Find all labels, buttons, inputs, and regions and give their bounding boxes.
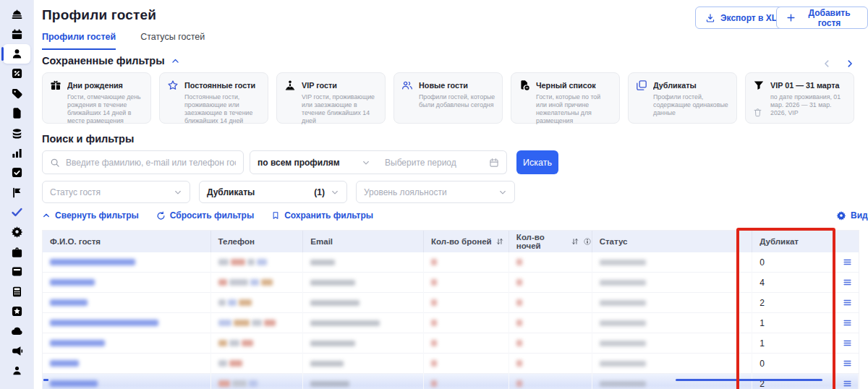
row-menu-icon[interactable] [842, 358, 853, 369]
carousel-next-button[interactable] [843, 56, 857, 71]
flag-icon [11, 187, 23, 199]
add-guest-button[interactable]: Добавить гостя [776, 7, 868, 29]
saved-filter-cards: Дни рожденияГости, отмечающие день рожде… [42, 72, 858, 124]
sidebar-item-flag[interactable] [3, 183, 30, 202]
saved-filter-card[interactable]: Дни рожденияГости, отмечающие день рожде… [42, 72, 151, 124]
redacted-guest-name[interactable] [50, 360, 79, 367]
period-field[interactable] [378, 150, 507, 174]
sidebar-item-gear[interactable] [3, 222, 30, 241]
trash-icon[interactable] [753, 108, 762, 117]
tab-guest-statuses[interactable]: Статусы гостей [140, 32, 205, 50]
sidebar-item-star-badge[interactable] [3, 302, 30, 321]
collapse-filters-link[interactable]: Свернуть фильтры [42, 210, 139, 221]
loyalty-select[interactable]: Уровень лояльности [356, 181, 515, 203]
column-header-3[interactable]: Кол-во броней [424, 231, 509, 252]
guest-status-select[interactable]: Статус гостя [42, 181, 190, 203]
sidebar-item-checkmark[interactable] [3, 202, 30, 222]
period-input[interactable] [385, 158, 483, 168]
duplicates-count: (1) [314, 187, 325, 197]
sidebar-item-check-square[interactable] [3, 163, 30, 182]
guest-email-cell [303, 252, 424, 273]
bookings-count-cell [424, 313, 509, 333]
chevron-down-icon [331, 188, 339, 197]
duplicate-count-cell: 2 [752, 374, 833, 389]
tab-guest-profiles[interactable]: Профили гостей [42, 32, 116, 50]
duplicate-count-cell: 0 [752, 252, 833, 273]
sidebar-item-terminal[interactable] [3, 262, 30, 281]
saved-filter-card[interactable]: VIP гостиVIP гости, проживающие или заез… [276, 72, 386, 124]
guest-search-field[interactable] [42, 150, 244, 174]
search-filters-title: Поиск и фильтры [42, 133, 134, 145]
reset-filters-link[interactable]: Сбросить фильтры [156, 210, 254, 221]
guest-status-cell [592, 273, 753, 293]
sidebar-item-money[interactable] [3, 123, 30, 142]
view-settings-link[interactable]: Вид [836, 210, 868, 221]
nights-count-cell [509, 273, 592, 293]
saved-filter-card[interactable]: VIP 01 — 31 мартапо дате проживания, 01 … [745, 72, 854, 124]
saved-filter-card[interactable]: Постоянные гостиПостоянные гости, прожив… [159, 72, 268, 124]
sidebar-item-briefcase[interactable] [3, 242, 30, 262]
guest-row[interactable]: 0 [43, 354, 859, 374]
saved-filter-title: VIP гости [302, 81, 337, 90]
chevron-down-icon [174, 188, 182, 197]
guest-row[interactable]: 2 [43, 293, 859, 313]
bookings-count-cell [424, 354, 509, 374]
guest-row[interactable]: 1 [43, 333, 859, 354]
sidebar-item-chart[interactable] [3, 143, 30, 163]
guest-row[interactable]: 4 [43, 273, 859, 293]
sidebar-item-document[interactable] [3, 103, 30, 123]
sidebar-item-calendar[interactable] [3, 24, 30, 43]
sidebar-item-percent[interactable] [3, 64, 30, 83]
row-actions-cell [833, 374, 859, 389]
chevron-up-icon [42, 211, 51, 220]
guest-phone-cell [211, 354, 304, 374]
page-title: Профили гостей [42, 7, 156, 23]
guest-email-cell [303, 354, 424, 374]
save-filters-link[interactable]: Сохранить фильтры [271, 210, 373, 221]
saved-filter-title: Дни рождения [67, 81, 123, 90]
saved-filter-card[interactable]: Новые гостиПрофили гостей, которые были … [393, 72, 503, 124]
chevron-right-icon [845, 59, 855, 69]
guest-row[interactable]: 2 [43, 374, 859, 389]
chevron-up-icon[interactable] [171, 56, 180, 66]
sidebar-item-calculator[interactable] [3, 281, 30, 301]
carousel-prev-button[interactable] [820, 56, 834, 71]
search-scope-select[interactable]: по всем профилям [250, 150, 378, 174]
star-badge-icon [11, 305, 23, 317]
redacted-guest-name[interactable] [50, 299, 88, 306]
saved-filter-description: VIP гости, проживающие или заезжающие в … [302, 93, 378, 125]
redacted-guest-name[interactable] [50, 380, 98, 387]
duplicates-select[interactable]: Дубликаты (1) [199, 181, 347, 203]
sidebar-item-guest[interactable] [3, 44, 30, 64]
plus-icon [786, 13, 796, 22]
sidebar-item-megaphone[interactable] [3, 341, 30, 361]
row-menu-icon[interactable] [842, 317, 853, 328]
search-input[interactable] [66, 158, 236, 168]
row-menu-icon[interactable] [842, 378, 853, 389]
sidebar-item-bell[interactable] [3, 4, 30, 24]
redacted-guest-name[interactable] [50, 279, 95, 286]
saved-filter-card[interactable]: Черный списокГости, которые по той или и… [511, 72, 620, 124]
redacted-guest-name[interactable] [50, 320, 158, 326]
guest-phone-cell [211, 273, 304, 293]
redacted-guest-name[interactable] [50, 259, 135, 265]
row-menu-icon[interactable] [842, 257, 853, 268]
tag-icon [11, 87, 23, 100]
guest-name-cell [43, 293, 211, 313]
guest-row[interactable]: 1 [43, 313, 859, 333]
search-button[interactable]: Искать [516, 150, 558, 174]
sidebar-item-user[interactable] [3, 361, 30, 380]
row-menu-icon[interactable] [842, 277, 853, 288]
redacted-guest-name[interactable] [50, 340, 105, 346]
guest-row[interactable]: 0 [43, 252, 859, 273]
sidebar-item-tag[interactable] [3, 84, 30, 103]
table-header-row: Ф.И.О. гостяТелефонEmailКол-во бронейКол… [43, 231, 859, 252]
row-menu-icon[interactable] [842, 297, 853, 308]
chevron-left-icon [822, 59, 832, 69]
sidebar-item-cloud[interactable] [3, 321, 30, 341]
column-label: Кол-во броней [431, 237, 492, 246]
row-menu-icon[interactable] [842, 338, 853, 349]
column-header-4[interactable]: Кол-во ночей [509, 231, 592, 252]
saved-filter-card[interactable]: ДубликатыПрофили гостей, содержащие один… [628, 72, 737, 124]
user-icon [11, 364, 23, 377]
